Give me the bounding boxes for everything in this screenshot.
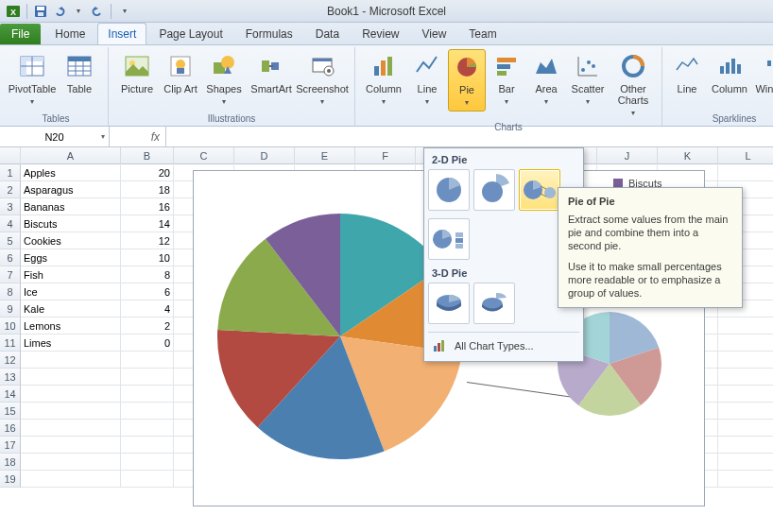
row-header[interactable]: 5 [0, 232, 21, 249]
cell[interactable]: 4 [121, 300, 174, 317]
col-header[interactable]: F [355, 147, 416, 164]
col-header[interactable]: D [234, 147, 295, 164]
cell[interactable]: 20 [121, 164, 174, 181]
row-header[interactable]: 14 [0, 386, 21, 403]
col-header[interactable]: A [21, 147, 121, 164]
select-all-corner[interactable] [0, 147, 21, 164]
cell[interactable] [121, 403, 174, 420]
tab-review[interactable]: Review [352, 23, 409, 44]
pie-type-exploded[interactable] [473, 169, 515, 211]
tab-insert[interactable]: Insert [97, 23, 146, 44]
cell[interactable] [21, 420, 121, 437]
save-icon[interactable] [33, 4, 48, 19]
cell[interactable] [718, 471, 773, 488]
col-header[interactable]: C [174, 147, 234, 164]
tab-home[interactable]: Home [44, 23, 95, 44]
cell[interactable] [718, 164, 773, 181]
cell[interactable]: Apples [21, 164, 121, 181]
cell[interactable] [121, 437, 174, 454]
cell[interactable] [121, 369, 174, 386]
row-header[interactable]: 17 [0, 437, 21, 454]
row-header[interactable]: 1 [0, 164, 21, 181]
file-tab[interactable]: File [0, 24, 41, 44]
pie-type-pie-of-pie[interactable] [519, 169, 560, 211]
cell[interactable]: 14 [121, 215, 174, 232]
table-button[interactable]: Table [57, 49, 102, 96]
col-header[interactable]: J [597, 147, 658, 164]
pie-type-3d-pie[interactable] [428, 283, 470, 324]
cell[interactable]: Bananas [21, 198, 121, 215]
cell[interactable] [718, 317, 773, 335]
shapes-button[interactable]: Shapes▾ [201, 49, 247, 110]
qat-customize-icon[interactable]: ▾ [117, 4, 132, 19]
tab-team[interactable]: Team [458, 23, 507, 44]
col-header[interactable]: L [718, 147, 773, 164]
row-header[interactable]: 7 [0, 266, 21, 283]
cell[interactable] [718, 352, 773, 369]
cell[interactable]: 2 [121, 317, 174, 335]
row-header[interactable]: 11 [0, 335, 21, 352]
row-header[interactable]: 10 [0, 317, 21, 335]
row-header[interactable]: 2 [0, 181, 21, 198]
row-header[interactable]: 15 [0, 403, 21, 420]
other-charts-button[interactable]: Other Charts▾ [610, 49, 656, 121]
cell[interactable]: Biscuts [21, 215, 121, 232]
cell[interactable] [21, 369, 121, 386]
cell[interactable]: Kale [21, 300, 121, 317]
sparkline-line-button[interactable]: Line [668, 49, 706, 96]
sparkline-column-button[interactable]: Column [708, 49, 751, 96]
row-header[interactable]: 13 [0, 369, 21, 386]
cell[interactable] [121, 454, 174, 471]
column-chart-button[interactable]: Column▾ [361, 49, 406, 110]
row-header[interactable]: 8 [0, 283, 21, 300]
cell[interactable] [121, 471, 174, 488]
cell[interactable] [21, 386, 121, 403]
fx-button[interactable]: fx [110, 127, 166, 146]
cell[interactable]: 18 [121, 181, 174, 198]
formula-input[interactable] [166, 127, 773, 146]
cell[interactable] [718, 335, 773, 352]
cell[interactable] [21, 403, 121, 420]
cell[interactable]: 16 [121, 198, 174, 215]
col-header[interactable]: B [121, 147, 174, 164]
cell[interactable] [121, 352, 174, 369]
cell[interactable] [21, 471, 121, 488]
pie-type-bar-of-pie[interactable] [428, 218, 470, 260]
cell[interactable] [718, 437, 773, 454]
row-header[interactable]: 16 [0, 420, 21, 437]
tab-view[interactable]: View [412, 23, 457, 44]
clipart-button[interactable]: Clip Art [162, 49, 199, 96]
cell[interactable]: Ice [21, 283, 121, 300]
line-chart-button[interactable]: Line▾ [408, 49, 446, 110]
cell[interactable] [718, 369, 773, 386]
screenshot-button[interactable]: Screenshot▾ [296, 49, 349, 110]
all-chart-types-menu[interactable]: All Chart Types... [428, 335, 579, 357]
cell[interactable] [718, 420, 773, 437]
cell[interactable]: Fish [21, 266, 121, 283]
cell[interactable]: Lemons [21, 317, 121, 335]
bar-chart-button[interactable]: Bar▾ [488, 49, 525, 110]
picture-button[interactable]: Picture [114, 49, 160, 96]
tab-data[interactable]: Data [305, 23, 350, 44]
pie-type-3d-exploded[interactable] [473, 283, 515, 324]
row-header[interactable]: 9 [0, 300, 21, 317]
col-header[interactable]: E [295, 147, 355, 164]
row-header[interactable]: 12 [0, 352, 21, 369]
redo-icon[interactable] [90, 4, 105, 19]
sparkline-winloss-button[interactable]: Win/Loss [753, 49, 773, 96]
pivottable-button[interactable]: PivotTable▾ [9, 49, 55, 110]
cell[interactable] [718, 454, 773, 471]
undo-icon[interactable] [52, 4, 67, 19]
cell[interactable]: 12 [121, 232, 174, 249]
row-header[interactable]: 6 [0, 249, 21, 266]
smartart-button[interactable]: SmartArt [249, 49, 294, 96]
undo-dropdown-icon[interactable]: ▾ [71, 4, 86, 19]
name-box[interactable]: N20 [0, 127, 110, 146]
row-header[interactable]: 3 [0, 198, 21, 215]
pie-type-pie[interactable] [428, 169, 470, 211]
pie-chart-button[interactable]: Pie▾ [448, 49, 486, 112]
col-header[interactable]: K [658, 147, 718, 164]
cell[interactable] [21, 437, 121, 454]
row-header[interactable]: 18 [0, 454, 21, 471]
tab-page-layout[interactable]: Page Layout [148, 23, 232, 44]
